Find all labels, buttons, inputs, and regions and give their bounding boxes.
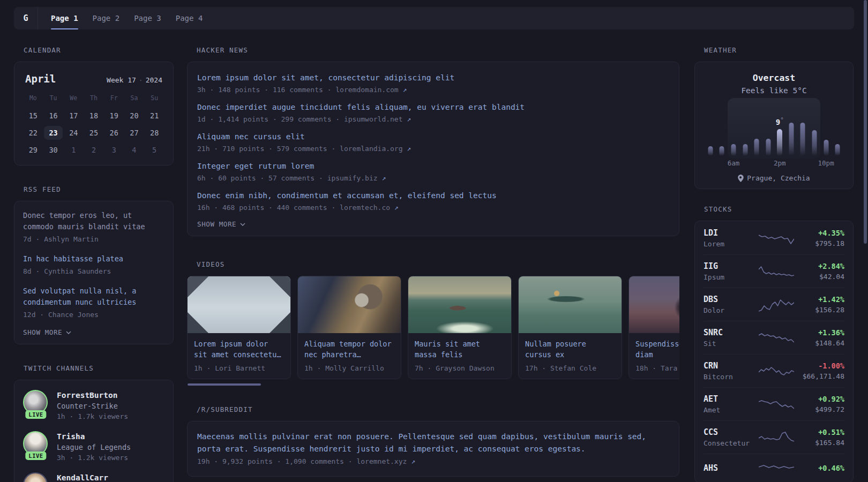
nav-divider bbox=[38, 7, 38, 29]
page-scrollbar-thumb[interactable] bbox=[864, 0, 867, 244]
hn-domain-link[interactable]: loremtech.co bbox=[340, 204, 394, 212]
twitch-channel-name[interactable]: ForrestBurton bbox=[57, 390, 128, 400]
twitch-channel-info: TrishaLeague of Legends3h · 1.2k viewers bbox=[57, 431, 131, 462]
video-title[interactable]: Mauris sit amet massa felis bbox=[415, 339, 503, 360]
chevron-down-icon bbox=[240, 223, 245, 226]
calendar-week-label: Week 17 bbox=[107, 76, 136, 84]
stock-change: +1.36% bbox=[794, 328, 844, 337]
tab-page-4[interactable]: Page 4 bbox=[176, 7, 203, 29]
rss-item-title[interactable]: In hac habitasse platea bbox=[23, 253, 152, 265]
stock-identity: AHS bbox=[704, 463, 759, 473]
stock-sparkline bbox=[759, 461, 794, 476]
rss-show-more-button[interactable]: SHOW MORE bbox=[23, 328, 71, 336]
stock-values: +1.36%$148.64 bbox=[794, 328, 844, 347]
twitch-channel-name[interactable]: Trisha bbox=[57, 431, 131, 441]
video-thumbnail[interactable] bbox=[298, 276, 401, 333]
tab-page-2[interactable]: Page 2 bbox=[93, 7, 120, 29]
stock-name: Sit bbox=[704, 340, 759, 348]
stock-symbol: LDI bbox=[704, 228, 759, 238]
stock-change: +0.92% bbox=[794, 395, 844, 403]
hackernews-show-more-button[interactable]: SHOW MORE bbox=[197, 220, 245, 228]
hn-domain-link[interactable]: loremlandia.org bbox=[340, 145, 407, 153]
hn-item-title[interactable]: Lorem ipsum dolor sit amet, consectetur … bbox=[197, 72, 669, 84]
calendar-day: 5 bbox=[144, 141, 164, 159]
hn-item-title[interactable]: Donec enim nibh, condimentum et accumsan… bbox=[197, 190, 669, 201]
calendar-section-title: CALENDAR bbox=[24, 46, 174, 54]
rss-item-title[interactable]: Donec tempor eros leo, ut commodo mauris… bbox=[23, 210, 152, 232]
hn-item-info: 16h · 468 points · 440 comments · bbox=[197, 204, 340, 212]
stock-name: Dolor bbox=[704, 306, 759, 314]
weather-time-label: 6am bbox=[728, 159, 740, 167]
stock-name: Bitcorn bbox=[704, 373, 759, 381]
subreddit-post-title[interactable]: Maecenas mollis pulvinar erat non posuer… bbox=[197, 431, 663, 455]
stock-row[interactable]: LDILorem+4.35%$795.18 bbox=[704, 222, 844, 254]
calendar-weekday: We bbox=[63, 92, 84, 107]
stock-row[interactable]: DBSDolor+1.42%$156.28 bbox=[704, 288, 844, 321]
hn-item-title[interactable]: Donec imperdiet augue tincidunt felis al… bbox=[197, 101, 669, 113]
video-thumbnail[interactable] bbox=[519, 276, 622, 333]
twitch-avatar[interactable] bbox=[23, 472, 49, 482]
video-card-body: Aliquam tempor dolor nec pharetra…1h · M… bbox=[298, 333, 401, 379]
calendar-day-number: 20 bbox=[130, 111, 138, 120]
tab-page-3[interactable]: Page 3 bbox=[134, 7, 161, 29]
videos-widget: VIDEOS Lorem ipsum dolor sit amet consec… bbox=[187, 260, 679, 386]
weather-bar bbox=[800, 123, 805, 156]
stock-sparkline bbox=[759, 264, 794, 279]
hn-item-title[interactable]: Integer eget rutrum lorem bbox=[197, 160, 669, 172]
video-carousel-scrollbar-thumb[interactable] bbox=[188, 383, 261, 386]
video-title[interactable]: Lorem ipsum dolor sit amet consectetu… bbox=[194, 339, 282, 360]
stock-row[interactable]: CRNBitcorn-1.00%$66,171.48 bbox=[704, 354, 844, 387]
stock-symbol: CCS bbox=[704, 427, 759, 437]
hackernews-widget: HACKER NEWS Lorem ipsum dolor sit amet, … bbox=[187, 46, 679, 236]
twitch-avatar[interactable]: LIVE bbox=[23, 390, 49, 416]
stock-row[interactable]: SNRCSit+1.36%$148.64 bbox=[704, 321, 844, 354]
video-thumbnail[interactable] bbox=[408, 276, 511, 333]
hn-item: Integer eget rutrum lorem6h · 60 points … bbox=[197, 160, 669, 182]
video-thumbnail[interactable] bbox=[629, 276, 679, 333]
stock-row[interactable]: IIGIpsum+2.84%$42.04 bbox=[704, 254, 844, 288]
video-card[interactable]: Mauris sit amet massa felis7h · Grayson … bbox=[408, 276, 512, 379]
stock-row[interactable]: AETAmet+0.92%$499.72 bbox=[704, 387, 844, 420]
rss-item-title[interactable]: Sed volutpat nulla nisl, a condimentum n… bbox=[23, 285, 152, 308]
calendar-weekday: Tu bbox=[43, 92, 64, 107]
hn-item-meta: 6h · 60 points · 57 comments · ipsumify.… bbox=[197, 174, 669, 182]
twitch-avatar[interactable]: LIVE bbox=[23, 431, 49, 457]
stock-sparkline bbox=[759, 231, 794, 246]
calendar-day-number: 1 bbox=[71, 146, 76, 154]
video-card[interactable]: Lorem ipsum dolor sit amet consectetu…1h… bbox=[187, 276, 291, 379]
video-card[interactable]: Suspendisse diam18h · Tara bbox=[628, 276, 679, 379]
stock-name: Amet bbox=[704, 406, 759, 414]
stocks-card: LDILorem+4.35%$795.18IIGIpsum+2.84%$42.0… bbox=[694, 221, 854, 482]
hn-domain-link[interactable]: loremdomain.com bbox=[335, 86, 402, 94]
calendar-day-number: 2 bbox=[92, 146, 96, 154]
tab-page-1[interactable]: Page 1 bbox=[51, 7, 78, 29]
video-title[interactable]: Aliquam tempor dolor nec pharetra… bbox=[304, 339, 392, 360]
stock-row[interactable]: CCSConsectetur+0.51%$165.84 bbox=[704, 420, 844, 454]
app-logo[interactable]: G bbox=[14, 7, 38, 29]
video-card[interactable]: Aliquam tempor dolor nec pharetra…1h · M… bbox=[297, 276, 401, 379]
stock-symbol: DBS bbox=[704, 295, 759, 304]
hn-domain-link[interactable]: ipsumify.biz bbox=[327, 174, 382, 182]
calendar-day: 26 bbox=[104, 124, 124, 141]
stocks-widget: STOCKS LDILorem+4.35%$795.18IIGIpsum+2.8… bbox=[694, 205, 854, 482]
hn-item-title[interactable]: Aliquam nec cursus elit bbox=[197, 131, 669, 142]
video-thumbnail[interactable] bbox=[188, 276, 290, 333]
stock-name: Lorem bbox=[704, 240, 759, 248]
weather-card: Overcast Feels like 5°C 9° 6am2pm10pm Pr… bbox=[694, 62, 854, 189]
weather-time-label: 2pm bbox=[774, 159, 786, 167]
middle-column: HACKER NEWS Lorem ipsum dolor sit amet, … bbox=[187, 46, 679, 477]
subreddit-domain-link[interactable]: loremnet.xyz bbox=[356, 457, 407, 465]
video-card[interactable]: Nullam posuere cursus ex17h · Stefan Col… bbox=[518, 276, 622, 379]
calendar-day-number: 28 bbox=[150, 129, 159, 137]
stock-row[interactable]: AHS+0.46% bbox=[704, 454, 844, 482]
calendar-day-number: 27 bbox=[130, 129, 138, 137]
hn-domain-link[interactable]: ipsumworld.net bbox=[344, 115, 407, 123]
calendar-month: April bbox=[25, 73, 56, 85]
video-title[interactable]: Nullam posuere cursus ex bbox=[525, 339, 613, 360]
video-title[interactable]: Suspendisse diam bbox=[635, 339, 679, 360]
subreddit-section-title: /R/SUBREDDIT bbox=[197, 405, 679, 413]
twitch-channel-name[interactable]: KendallCarr bbox=[57, 472, 108, 482]
live-badge: LIVE bbox=[25, 410, 46, 419]
videos-section-title: VIDEOS bbox=[197, 260, 679, 268]
rss-widget: RSS FEED Donec tempor eros leo, ut commo… bbox=[14, 185, 174, 344]
